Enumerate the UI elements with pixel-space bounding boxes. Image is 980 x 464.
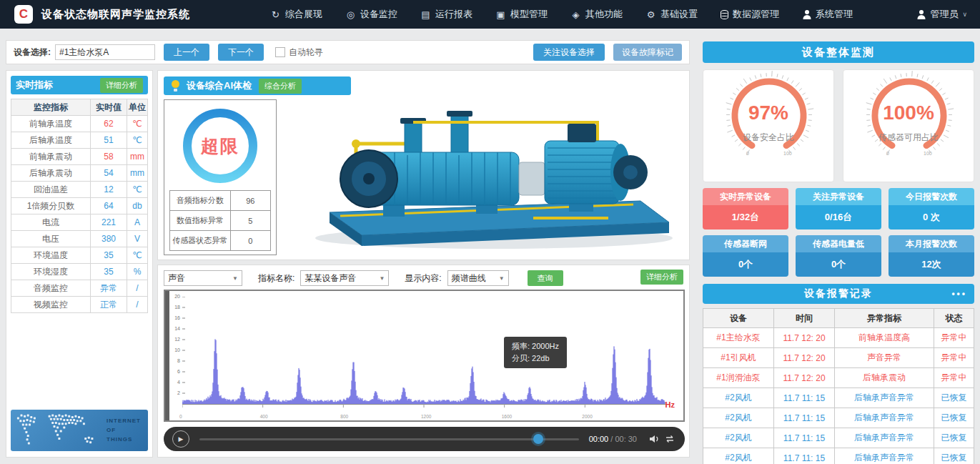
table-row: 后轴承温度51℃ [11, 132, 148, 149]
realtime-table: 监控指标 实时值 单位 前轴承温度62℃后轴承温度51℃前轴承震动58mm后轴承… [11, 99, 148, 313]
alarm-device: #1主给水泵 [703, 328, 774, 348]
display-content-label: 显示内容: [405, 272, 441, 285]
nav-item-datasource[interactable]: 数据源管理 [721, 8, 779, 21]
x-axis-tick: 800 [340, 414, 348, 419]
model-icon: ▣ [495, 9, 506, 20]
time-current: 00:00 [589, 435, 609, 443]
nav-item-report[interactable]: ▤运行报表 [420, 8, 472, 21]
alarm-time: 11.7 11: 15 [774, 408, 835, 428]
alarm-row[interactable]: #1润滑油泵11.7 12: 20后轴承震动异常中 [703, 368, 974, 388]
seek-handle[interactable] [533, 434, 543, 444]
ai-check-title: 设备综合AI体检 [187, 79, 252, 92]
gauge-card-sensor-availability: 0100 100% 传感器可用占比 [843, 69, 974, 182]
nav-item-system[interactable]: 系统管理 [802, 8, 853, 21]
col-unit: 单位 [127, 99, 148, 116]
nav-item-label: 设备监控 [360, 8, 397, 21]
nav-item-monitor[interactable]: ◎设备监控 [345, 8, 397, 21]
realtime-panel-title: 实时指标 [16, 79, 53, 92]
user-menu[interactable]: 管理员 ∨ [916, 8, 967, 21]
y-axis-tick: 10 [172, 347, 180, 352]
nav-menu: ↻综合展现◎设备监控▤运行报表▣模型管理◈其他功能⚙基础设置数据源管理系统管理 [270, 8, 853, 21]
more-button[interactable]: ••• [951, 284, 967, 304]
x-axis-tick: 0 [179, 414, 182, 419]
display-content-select[interactable]: 频谱曲线▼ [447, 270, 509, 286]
gauge-card-device-safety: 0100 97% 设备安全占比 [703, 69, 834, 182]
gauge-value: 100% [843, 102, 974, 124]
nav-item-other[interactable]: ◈其他功能 [570, 8, 623, 21]
gauge-label: 传感器可用占比 [843, 132, 974, 144]
ai-metrics-table: 音频指标分数96数值指标异常5传感器状态异常0 [169, 190, 271, 251]
status-card[interactable]: 传感器电量低0个 [796, 235, 881, 277]
alarm-row[interactable]: #2风机11.7 11: 15后轴承声音异常已恢复 [703, 448, 974, 464]
app-logo: C [14, 5, 33, 24]
detail-analysis-button-2[interactable]: 详细分析 [640, 270, 683, 285]
nav-item-model[interactable]: ▣模型管理 [495, 8, 548, 21]
alarm-row[interactable]: #2风机11.7 11: 15后轴承声音异常已恢复 [703, 428, 974, 448]
nav-item-label: 运行报表 [435, 8, 472, 21]
table-row: 1倍频分贝数64db [11, 198, 148, 214]
nav-item-settings[interactable]: ⚙基础设置 [645, 8, 698, 21]
tooltip-decibel: 分贝: 22db [512, 352, 559, 365]
alarm-row[interactable]: #2风机11.7 11: 15后轴承声音异常已恢复 [703, 408, 974, 428]
tooltip-frequency: 频率: 2000Hz [512, 340, 559, 352]
prev-device-button[interactable]: 上一个 [164, 44, 209, 61]
status-card[interactable]: 传感器断网0个 [703, 235, 788, 277]
alarm-row[interactable]: #1引风机11.7 12: 20声音异常异常中 [703, 348, 974, 368]
spectrum-controls: 声音▼ 指标名称: 某某设备声音▼ 显示内容: 频谱曲线▼ 查询 详细分析 [164, 270, 683, 287]
alarm-metric: 后轴承声音异常 [835, 408, 934, 428]
metric-unit: ℃ [127, 132, 148, 149]
metric-name-select[interactable]: 某某设备声音▼ [300, 270, 389, 286]
play-button[interactable]: ▶ [172, 430, 189, 448]
status-badge: 超限 [179, 104, 262, 187]
metric-name: 后轴承温度 [11, 132, 91, 149]
status-card[interactable]: 今日报警次数0 次 [889, 188, 974, 229]
alarm-row[interactable]: #2风机11.7 11: 15后轴承声音异常已恢复 [703, 388, 974, 408]
status-card[interactable]: 本月报警次数12次 [889, 235, 974, 277]
device-select-input[interactable] [55, 44, 155, 60]
database-icon [721, 10, 728, 19]
navbar: C 设备状态物联网声学监控系统 ↻综合展现◎设备监控▤运行报表▣模型管理◈其他功… [0, 0, 980, 29]
comprehensive-analysis-button[interactable]: 综合分析 [259, 79, 302, 94]
status-ring: 超限 [179, 104, 262, 187]
detail-analysis-button[interactable]: 详细分析 [100, 78, 143, 93]
metric-value: 35 [91, 247, 127, 264]
audio-type-select[interactable]: 声音▼ [164, 270, 242, 286]
alarm-status: 异常中 [934, 328, 974, 348]
user-name: 管理员 [930, 8, 958, 21]
nav-item-overview[interactable]: ↻综合展现 [270, 8, 322, 21]
report-icon: ▤ [420, 9, 431, 20]
fault-mark-button[interactable]: 设备故障标记 [613, 44, 682, 61]
loop-icon[interactable] [663, 434, 676, 444]
status-card[interactable]: 关注异常设备0/16台 [796, 188, 881, 229]
metric-value: 62 [91, 116, 127, 132]
chart-tooltip: 频率: 2000Hz 分贝: 22db [504, 337, 567, 368]
x-axis-tick: 1200 [421, 414, 431, 419]
query-button[interactable]: 查询 [528, 270, 563, 286]
nav-item-label: 模型管理 [510, 8, 548, 21]
ai-metric-row: 传感器状态异常0 [170, 231, 271, 251]
status-card-value: 0/16台 [796, 205, 881, 229]
col-metric: 异常指标 [835, 309, 934, 328]
follow-device-button[interactable]: 关注设备选择 [533, 44, 605, 61]
table-row: 回油温差12℃ [11, 182, 148, 198]
table-row: 环境温度35℃ [11, 247, 148, 264]
col-value: 实时值 [91, 99, 127, 116]
seek-bar[interactable] [199, 438, 579, 440]
app-title: 设备状态物联网声学监控系统 [41, 8, 190, 21]
alarm-device: #2风机 [703, 428, 774, 448]
volume-icon[interactable] [648, 434, 660, 444]
metric-name: 环境温度 [11, 247, 91, 264]
next-device-button[interactable]: 下一个 [218, 44, 264, 61]
nav-item-label: 数据源管理 [733, 8, 779, 21]
status-card[interactable]: 实时异常设备1/32台 [703, 188, 788, 229]
chevron-down-icon: ▼ [232, 275, 238, 282]
metric-name: 前轴承温度 [11, 116, 91, 132]
auto-cycle-checkbox[interactable] [275, 47, 285, 57]
alarm-panel-header: 设备报警记录 ••• [703, 284, 974, 304]
metric-value: 12 [91, 182, 127, 198]
alarm-row[interactable]: #1主给水泵11.7 12: 20前轴承温度高异常中 [703, 328, 974, 348]
table-row: 电压380V [11, 231, 148, 247]
metric-name: 环境湿度 [11, 264, 91, 280]
metric-name: 电流 [11, 214, 91, 231]
spectrum-plot [182, 297, 665, 413]
